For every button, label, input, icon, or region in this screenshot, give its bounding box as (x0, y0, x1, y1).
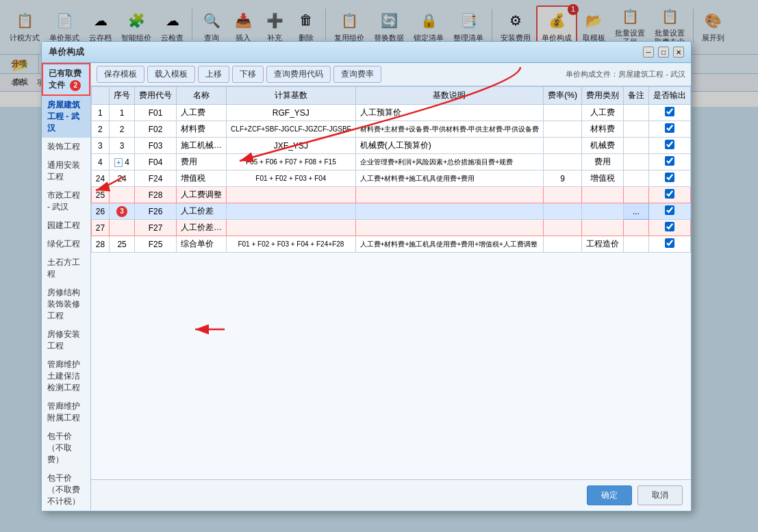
left-panel-item-fangwu[interactable]: 房屋建筑工程 - 武汉 (42, 96, 90, 107)
cell-rownum: 1 (91, 105, 109, 107)
table-row[interactable]: 1 1 F01 人工费 RGF_YSJ 人工预算价 人工费 (91, 105, 690, 107)
cell-base: RGF_YSJ (227, 105, 356, 107)
move-up-button[interactable]: 上移 (198, 66, 229, 83)
cell-code: F01 (135, 105, 177, 107)
th-type: 费用类别 (582, 87, 624, 105)
file-info-label: 单价构成文件：房屋建筑工程 - 武汉 (566, 69, 685, 79)
query-fee-code-button[interactable]: 查询费用代码 (266, 66, 331, 83)
th-remark: 备注 (624, 87, 649, 105)
cell-rate (544, 105, 582, 107)
modal-toolbar: 保存模板 载入模板 上移 下移 查询费用代码 查询费率 单价构成文件：房屋建筑工… (91, 63, 691, 86)
modal-maximize-button[interactable]: □ (658, 47, 669, 58)
th-base: 计算基数 (227, 87, 356, 105)
modal-danjiagoucheng: 单价构成 ─ □ ✕ 已有取费文件 2 房屋建筑工程 - 武汉 装饰工程 通用安… (41, 41, 692, 107)
th-rate: 费率(%) (544, 87, 582, 105)
cell-desc: 人工预算价 (355, 105, 544, 107)
cell-remark (624, 105, 649, 107)
cell-type: 人工费 (582, 105, 624, 107)
modal-window-controls: ─ □ ✕ (643, 47, 684, 58)
modal-title: 单价构成 (49, 46, 84, 58)
th-rownum (91, 87, 109, 105)
modal-close-button[interactable]: ✕ (673, 47, 684, 58)
right-panel: 保存模板 载入模板 上移 下移 查询费用代码 查询费率 单价构成文件：房屋建筑工… (91, 63, 691, 107)
modal-titlebar: 单价构成 ─ □ ✕ (42, 42, 691, 63)
move-down-button[interactable]: 下移 (232, 66, 264, 83)
th-desc: 基数说明 (355, 87, 544, 105)
query-fee-rate-button[interactable]: 查询费率 (333, 66, 381, 83)
fee-table: 序号 费用代号 名称 计算基数 基数说明 费率(%) 费用类别 备注 是否输出 (91, 86, 691, 107)
modal-minimize-button[interactable]: ─ (643, 47, 654, 58)
cell-seq: 1 (110, 105, 135, 107)
badge-2: 2 (70, 80, 81, 91)
cell-name: 人工费 (177, 105, 227, 107)
left-panel: 已有取费文件 2 房屋建筑工程 - 武汉 装饰工程 通用安装工程 市政工程 - … (42, 63, 91, 107)
th-output: 是否输出 (649, 87, 691, 105)
cell-output[interactable] (649, 105, 691, 107)
load-template-button[interactable]: 载入模板 (147, 66, 195, 83)
modal-body: 已有取费文件 2 房屋建筑工程 - 武汉 装饰工程 通用安装工程 市政工程 - … (42, 63, 691, 107)
th-seq: 序号 (110, 87, 135, 105)
th-name: 名称 (177, 87, 227, 105)
table-header-row: 序号 费用代号 名称 计算基数 基数说明 费率(%) 费用类别 备注 是否输出 (91, 87, 690, 105)
modal-overlay: 单价构成 ─ □ ✕ 已有取费文件 2 房屋建筑工程 - 武汉 装饰工程 通用安… (0, 0, 758, 107)
modal-table-wrapper: 序号 费用代号 名称 计算基数 基数说明 费率(%) 费用类别 备注 是否输出 (91, 86, 691, 107)
th-code: 费用代号 (135, 87, 177, 105)
save-template-button[interactable]: 保存模板 (97, 66, 144, 83)
left-panel-header: 已有取费文件 2 (42, 63, 90, 96)
